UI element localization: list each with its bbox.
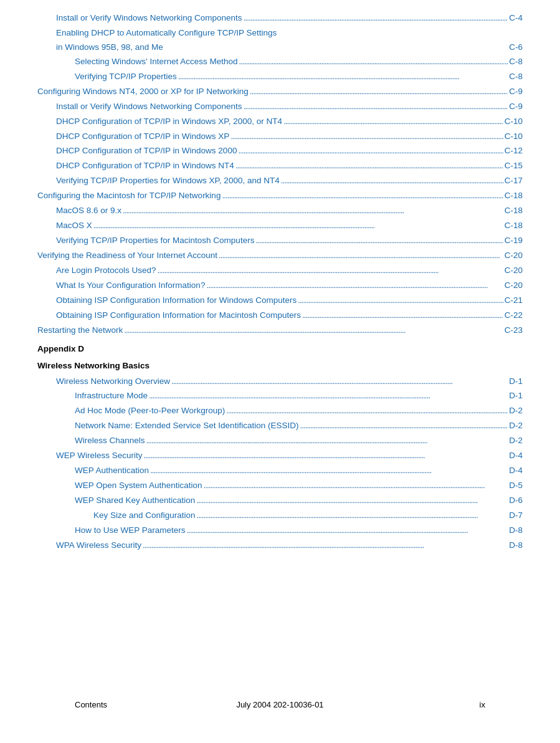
- toc-entry: WEP Wireless SecurityD-4: [56, 449, 523, 464]
- toc-text: WEP Shared Key Authentication: [75, 494, 195, 508]
- toc-page: D-8: [509, 539, 523, 553]
- appendix-d-title: Wireless Networking Basics: [37, 359, 523, 373]
- toc-entry: MacOS XC-18: [56, 219, 523, 234]
- toc-dots: [244, 11, 508, 26]
- toc-entry: Obtaining ISP Configuration Information …: [56, 309, 523, 324]
- toc-page: C-9: [509, 85, 523, 99]
- toc-page: D-8: [509, 524, 523, 538]
- toc-entry: Network Name: Extended Service Set Ident…: [75, 419, 523, 434]
- toc-text: Ad Hoc Mode (Peer-to-Peer Workgroup): [75, 404, 225, 418]
- toc-entry: Are Login Protocols Used?C-20: [56, 264, 523, 279]
- toc-entry-multiline: Enabling DHCP to Automatically Configure…: [56, 26, 523, 55]
- appendix-d-header: Appendix D: [37, 342, 523, 357]
- toc-page: C-18: [505, 204, 523, 218]
- toc-entry: Configuring the Macintosh for TCP/IP Net…: [37, 189, 523, 204]
- toc-dots: [144, 449, 508, 464]
- toc-text: WPA Wireless Security: [56, 539, 141, 553]
- toc-text: WEP Open System Authentication: [75, 479, 202, 493]
- toc-dots: [178, 70, 508, 85]
- toc-page: C-4: [509, 11, 523, 26]
- toc-dots: [196, 494, 508, 509]
- toc-entry: MacOS 8.6 or 9.xC-18: [56, 204, 523, 219]
- toc-dots: [300, 419, 508, 434]
- toc-page: D-4: [509, 464, 523, 478]
- toc-dots: [171, 375, 508, 390]
- toc-text: Restarting the Network: [37, 324, 123, 338]
- toc-entry: Verifying the Readiness of Your Internet…: [37, 249, 523, 264]
- toc-page: C-20: [505, 279, 523, 293]
- toc-dots: [204, 479, 508, 494]
- toc-entry: DHCP Configuration of TCP/IP in Windows …: [56, 130, 523, 145]
- toc-dots: [123, 204, 503, 219]
- toc-entry: Verifying TCP/IP Properties for Macintos…: [56, 234, 523, 249]
- toc-page: D-1: [509, 389, 523, 403]
- toc-page: D-1: [509, 375, 523, 389]
- toc-page: C-6: [509, 41, 523, 55]
- toc-page: D-6: [509, 494, 523, 508]
- toc-text: Wireless Networking Overview: [56, 375, 170, 389]
- toc-entry: DHCP Configuration of TCP/IP in Windows …: [56, 144, 523, 159]
- toc-text: Obtaining ISP Configuration Information …: [56, 294, 297, 308]
- toc-page: C-10: [505, 130, 523, 144]
- toc-dots: [93, 219, 503, 234]
- toc-entry: Install or Verify Windows Networking Com…: [56, 100, 523, 115]
- toc-page: C-10: [505, 115, 523, 129]
- toc-dots: [158, 264, 503, 279]
- toc-page: C-19: [505, 234, 523, 248]
- toc-page: C-18: [505, 189, 523, 203]
- toc-entry: Key Size and ConfigurationD-7: [93, 509, 523, 524]
- toc-text: Verifying TCP/IP Properties: [75, 70, 177, 84]
- toc-dots: [226, 404, 508, 419]
- toc-entry: WPA Wireless SecurityD-8: [56, 539, 523, 554]
- toc-text: Configuring the Macintosh for TCP/IP Net…: [37, 189, 221, 203]
- toc-text: Verifying TCP/IP Properties for Windows …: [56, 174, 280, 188]
- toc-page: D-7: [509, 509, 523, 523]
- toc-page: C-8: [509, 70, 523, 84]
- toc-page: C-15: [505, 159, 523, 173]
- toc-dots: [150, 464, 508, 479]
- toc-dots: [244, 100, 508, 115]
- toc-dots: [146, 434, 508, 449]
- toc-entry: Obtaining ISP Configuration Information …: [56, 294, 523, 309]
- toc-page: D-5: [509, 479, 523, 493]
- toc-text: Network Name: Extended Service Set Ident…: [75, 419, 298, 433]
- toc-dots: [219, 249, 503, 264]
- toc-entry: DHCP Configuration of TCP/IP in Windows …: [56, 115, 523, 130]
- toc-entry: Restarting the NetworkC-23: [37, 324, 523, 338]
- toc-page: C-20: [505, 249, 523, 263]
- toc-dots: [255, 234, 503, 249]
- toc-page: C-20: [505, 264, 523, 278]
- toc-page: C-9: [509, 100, 523, 114]
- toc-page: C-23: [505, 324, 523, 338]
- toc-dots: [197, 509, 508, 524]
- toc-entry: Verifying TCP/IP PropertiesC-8: [75, 70, 523, 85]
- toc-text: Selecting Windows' Internet Access Metho…: [75, 55, 237, 69]
- toc-dots: [149, 389, 508, 404]
- toc-entry: DHCP Configuration of TCP/IP in Windows …: [56, 159, 523, 174]
- toc-text: Install or Verify Windows Networking Com…: [56, 11, 242, 26]
- toc-dots: [206, 279, 503, 294]
- footer-center: July 2004 202-10036-01: [236, 700, 323, 709]
- toc-page: C-21: [505, 294, 523, 308]
- toc-text: DHCP Configuration of TCP/IP in Windows …: [56, 115, 282, 129]
- toc-text: Infrastructure Mode: [75, 389, 148, 403]
- toc-entry: What Is Your Configuration Information?C…: [56, 279, 523, 294]
- toc-dots: [235, 159, 503, 174]
- toc-text: What Is Your Configuration Information?: [56, 279, 205, 293]
- toc-text: Verifying the Readiness of Your Internet…: [37, 249, 217, 263]
- toc-entry: Install or Verify Windows Networking Com…: [56, 11, 523, 26]
- toc-text: WEP Wireless Security: [56, 449, 143, 463]
- toc-page: D-4: [509, 449, 523, 463]
- toc-entry: WEP Open System AuthenticationD-5: [75, 479, 523, 494]
- toc-text: MacOS 8.6 or 9.x: [56, 204, 121, 218]
- toc-entry: Infrastructure ModeD-1: [75, 389, 523, 404]
- toc-page: C-22: [505, 309, 523, 323]
- toc-entry: Selecting Windows' Internet Access Metho…: [75, 55, 523, 70]
- toc-text: WEP Authentication: [75, 464, 149, 478]
- toc-dots: [281, 174, 503, 189]
- toc-page: D-2: [509, 404, 523, 418]
- toc-dots: [250, 85, 508, 100]
- toc-dots: [239, 55, 508, 70]
- toc-entry: WEP AuthenticationD-4: [75, 464, 523, 479]
- toc-page: D-2: [509, 434, 523, 448]
